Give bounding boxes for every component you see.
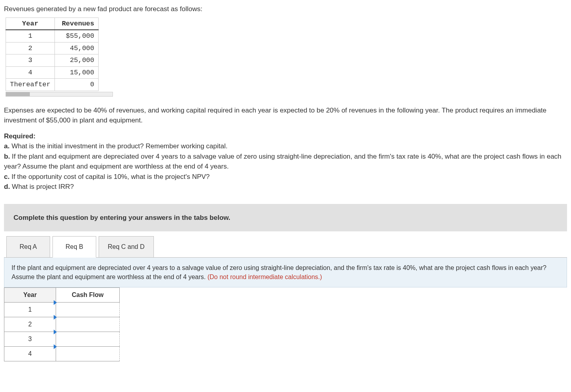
required-b-label: b.	[4, 153, 10, 160]
cashflow-input-year4[interactable]	[60, 349, 115, 359]
table-row: 2	[4, 317, 120, 332]
revenue-year: 1	[6, 30, 55, 42]
input-marker-icon	[54, 344, 57, 349]
revenue-value: 25,000	[55, 54, 99, 67]
tab-b-instruction-note: (Do not round intermediate calculations.…	[208, 274, 322, 280]
cashflow-header-cash: Cash Flow	[56, 288, 120, 303]
revenue-year: 2	[6, 42, 55, 54]
input-marker-icon	[54, 330, 57, 334]
tab-b-content: If the plant and equipment are depreciat…	[4, 258, 567, 287]
cashflow-input-year2[interactable]	[60, 320, 115, 329]
cashflow-year: 4	[4, 347, 56, 361]
tab-req-c-and-d[interactable]: Req C and D	[99, 236, 154, 258]
intro-text: Revenues generated by a new fad product …	[4, 4, 567, 14]
revenue-value: 45,000	[55, 42, 99, 54]
input-marker-icon	[54, 315, 57, 320]
input-marker-icon	[54, 300, 57, 305]
required-a-text: What is the initial investment in the pr…	[10, 142, 227, 150]
required-d-label: d.	[4, 183, 10, 190]
paragraph-assumptions: Expenses are expected to be 40% of reven…	[4, 105, 567, 126]
required-a-label: a.	[4, 142, 10, 150]
required-c: c. If the opportunity cost of capital is…	[4, 172, 567, 182]
cashflow-cell[interactable]	[56, 303, 120, 317]
required-a: a. What is the initial investment in the…	[4, 141, 567, 151]
table-row: Thereafter 0	[6, 79, 99, 91]
table-row: 1 $55,000	[6, 30, 99, 42]
revenue-header-year: Year	[6, 17, 55, 30]
cashflow-cell[interactable]	[56, 347, 120, 361]
cashflow-table: Year Cash Flow 1 2	[4, 287, 120, 361]
required-c-text: If the opportunity cost of capital is 10…	[10, 173, 210, 180]
cashflow-input-year1[interactable]	[60, 305, 115, 314]
answer-instruction-bar: Complete this question by entering your …	[4, 204, 567, 232]
required-d-text: What is project IRR?	[10, 183, 74, 190]
required-block: Required: a. What is the initial investm…	[4, 131, 567, 192]
cashflow-cell[interactable]	[56, 332, 120, 347]
cashflow-year: 3	[4, 332, 56, 347]
table-row: 3 25,000	[6, 54, 99, 67]
cashflow-header-year: Year	[4, 288, 56, 303]
revenue-year: 4	[6, 66, 55, 79]
horizontal-scrollbar[interactable]	[6, 92, 113, 97]
required-d: d. What is project IRR?	[4, 182, 567, 192]
required-heading: Required:	[4, 131, 567, 142]
cashflow-year: 1	[4, 303, 56, 317]
required-b-text: If the plant and equipment are depreciat…	[4, 153, 561, 171]
revenue-year: 3	[6, 54, 55, 67]
cashflow-input-year3[interactable]	[60, 334, 115, 344]
table-row: 4 15,000	[6, 66, 99, 79]
table-row: 4	[4, 347, 120, 361]
answer-box: Complete this question by entering your …	[4, 204, 567, 362]
tabs-row: Req A Req B Req C and D	[4, 231, 567, 258]
revenue-header-revenues: Revenues	[55, 17, 99, 30]
table-row: 2 45,000	[6, 42, 99, 54]
required-c-label: c.	[4, 173, 10, 180]
table-row: 3	[4, 332, 120, 347]
revenue-value: 15,000	[55, 66, 99, 79]
tab-req-b[interactable]: Req B	[52, 236, 96, 258]
cashflow-year: 2	[4, 317, 56, 332]
tab-req-a[interactable]: Req A	[6, 236, 50, 258]
revenue-value: $55,000	[55, 30, 99, 42]
cashflow-cell[interactable]	[56, 317, 120, 332]
revenue-year: Thereafter	[6, 79, 55, 91]
revenue-value: 0	[55, 79, 99, 91]
required-b: b. If the plant and equipment are deprec…	[4, 151, 567, 172]
table-row: 1	[4, 303, 120, 317]
revenue-table: Year Revenues 1 $55,000 2 45,000 3 25,00…	[6, 17, 99, 91]
scrollbar-thumb[interactable]	[6, 92, 30, 96]
